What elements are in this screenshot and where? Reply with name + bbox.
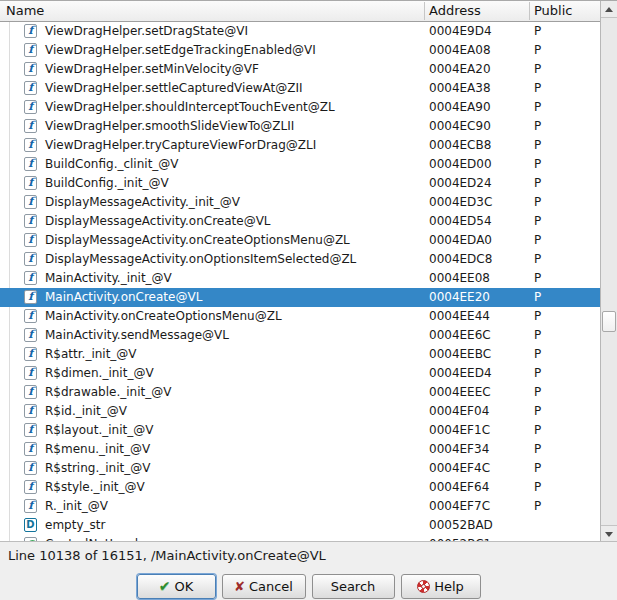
table-row[interactable]: fBuildConfig._init_@V0004ED24P [0,174,600,193]
function-icon: f [24,404,37,418]
symbol-address: 0004EF34 [429,442,489,456]
symbol-address: 0004EA08 [429,43,491,57]
symbol-public: P [534,100,541,114]
scroll-up-button[interactable] [601,1,617,18]
table-row[interactable]: fViewDragHelper.setMinVelocity@VF0004EA2… [0,60,600,79]
symbol-public: P [534,81,541,95]
symbol-name: R$attr._init_@V [45,347,137,361]
table-row[interactable]: fViewDragHelper.setEdgeTrackingEnabled@V… [0,41,600,60]
function-icon: f [24,366,37,380]
symbol-address: 0004EDA0 [429,233,492,247]
cancel-button[interactable]: ✘ Cancel [222,574,306,599]
symbol-table: Name Address Public fViewDragHelper.setD… [0,0,617,541]
symbol-public: P [534,176,541,190]
function-icon: f [24,499,37,513]
symbol-public: P [534,24,541,38]
symbol-address: 0004ED00 [429,157,492,171]
table-row[interactable]: fViewDragHelper.setDragState@VI0004E9D4P [0,22,600,41]
scrollbar-thumb[interactable] [602,311,616,332]
symbol-public: P [534,233,541,247]
symbol-public: P [534,404,541,418]
table-row[interactable]: fR$drawable._init_@V0004EEECP [0,383,600,402]
symbol-public: P [534,138,541,152]
table-row[interactable]: fViewDragHelper.shouldInterceptTouchEven… [0,98,600,117]
scroll-down-button[interactable] [601,525,617,542]
symbol-public: P [534,347,541,361]
column-header-address[interactable]: Address [429,3,481,18]
table-row[interactable]: fViewDragHelper.smoothSlideViewTo@ZLII00… [0,117,600,136]
function-icon: f [24,252,37,266]
table-row[interactable]: fR$dimen._init_@V0004EED4P [0,364,600,383]
table-row[interactable]: Dempty_str00052BAD [0,516,600,535]
table-row[interactable]: fDisplayMessageActivity._init_@V0004ED3C… [0,193,600,212]
symbol-public: P [534,119,541,133]
table-row[interactable]: fMainActivity._init_@V0004EE08P [0,269,600,288]
symbol-public: P [534,328,541,342]
function-icon: f [24,423,37,437]
ok-button[interactable]: ✔ OK [137,574,216,599]
symbol-address: 0004EA38 [429,81,491,95]
symbol-address: 0004EEEC [429,385,491,399]
symbol-address: 0004ED3C [429,195,492,209]
function-icon: f [24,347,37,361]
symbol-public: P [534,214,541,228]
symbol-name: MainActivity.onCreate@VL [45,290,202,304]
table-row[interactable]: fDisplayMessageActivity.onOptionsItemSel… [0,250,600,269]
column-divider[interactable] [529,2,530,20]
table-row[interactable]: fDisplayMessageActivity.onCreate@VL0004E… [0,212,600,231]
symbol-address: 0004EED4 [429,366,492,380]
help-button[interactable]: Help [401,574,481,599]
symbol-address: 0004EF4C [429,461,490,475]
function-icon: f [24,119,37,133]
status-text: Line 10138 of 16151, /MainActivity.onCre… [8,548,326,563]
cancel-x-icon: ✘ [234,580,245,593]
table-row[interactable]: fMainActivity.onCreate@VL0004EE20P [0,288,600,307]
function-icon: f [24,271,37,285]
symbol-name: R._init_@V [45,499,108,513]
column-divider[interactable] [424,2,425,20]
vertical-scrollbar[interactable] [600,1,617,542]
table-row[interactable]: fR._init_@V0004EF7CP [0,497,600,516]
symbol-public: P [534,499,541,513]
symbol-public: P [534,157,541,171]
column-header-name[interactable]: Name [6,3,44,18]
column-header-public[interactable]: Public [534,3,572,18]
symbol-name: R$string._init_@V [45,461,150,475]
arrow-up-icon [605,7,613,12]
symbol-address: 0004ECB8 [429,138,491,152]
function-icon: f [24,62,37,76]
search-button[interactable]: Search [312,574,395,599]
symbol-name: DisplayMessageActivity.onCreateOptionsMe… [45,233,350,247]
symbol-public: P [534,366,541,380]
function-icon: f [24,195,37,209]
symbol-name: ViewDragHelper.tryCaptureViewForDrag@ZLI [45,138,316,152]
symbol-address: 0004EA20 [429,62,491,76]
symbol-name: ViewDragHelper.smoothSlideViewTo@ZLII [45,119,294,133]
symbol-address: 0004EA90 [429,100,491,114]
symbol-public: P [534,43,541,57]
table-row[interactable]: fMainActivity.onCreateOptionsMenu@ZL0004… [0,307,600,326]
function-icon: f [24,328,37,342]
function-icon: f [24,157,37,171]
table-row[interactable]: fR$attr._init_@V0004EEBCP [0,345,600,364]
table-row[interactable]: fR$id._init_@V0004EF04P [0,402,600,421]
table-row[interactable]: fR$menu._init_@V0004EF34P [0,440,600,459]
symbol-public: P [534,195,541,209]
ok-check-icon: ✔ [159,579,171,593]
table-row[interactable]: fDisplayMessageActivity.onCreateOptionsM… [0,231,600,250]
table-row[interactable]: fViewDragHelper.tryCaptureViewForDrag@ZL… [0,136,600,155]
table-row[interactable]: fBuildConfig._clinit_@V0004ED00P [0,155,600,174]
table-row[interactable]: fMainActivity.sendMessage@VL0004EE6CP [0,326,600,345]
cancel-button-label: Cancel [249,579,293,594]
function-icon: f [24,309,37,323]
search-button-label: Search [331,579,376,594]
symbol-public: P [534,271,541,285]
table-row[interactable]: fR$layout._init_@V0004EF1CP [0,421,600,440]
function-icon: f [24,176,37,190]
table-row[interactable]: fR$style._init_@V0004EF64P [0,478,600,497]
symbol-name: DisplayMessageActivity.onCreate@VL [45,214,271,228]
symbol-address: 0004EE08 [429,271,490,285]
table-row[interactable]: fViewDragHelper.settleCapturedViewAt@ZII… [0,79,600,98]
symbol-name: BuildConfig._clinit_@V [45,157,179,171]
table-row[interactable]: fR$string._init_@V0004EF4CP [0,459,600,478]
